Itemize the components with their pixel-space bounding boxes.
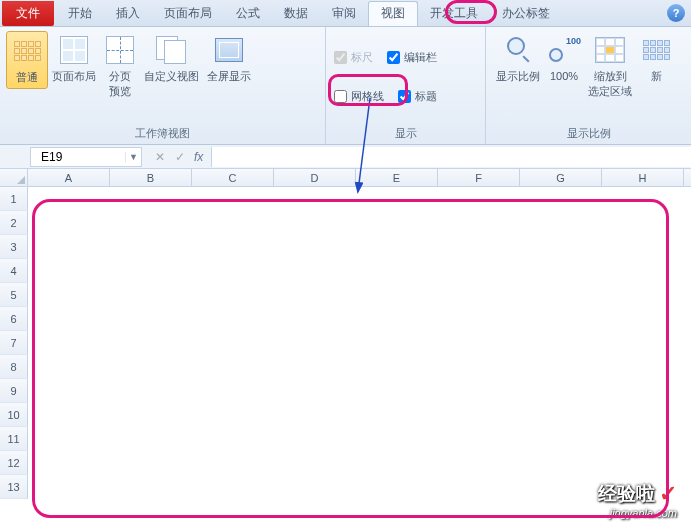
formula-bar-checkbox[interactable] [387, 51, 400, 64]
normal-view-icon [11, 35, 43, 67]
group-label-zoom: 显示比例 [486, 126, 691, 144]
cancel-icon: ✕ [150, 150, 170, 164]
col-header[interactable]: B [110, 169, 192, 186]
group-show: 标尺 编辑栏 网格线 标题 显示 [326, 27, 486, 144]
new-window-label: 新 [651, 69, 662, 84]
cells-grid[interactable] [28, 187, 691, 499]
tab-data[interactable]: 数据 [272, 1, 320, 26]
watermark-text: 经验啦 [598, 481, 655, 507]
custom-views-icon [156, 34, 188, 66]
sheet-area: A B C D E F G H 1 2 3 4 5 6 7 8 9 10 11 … [0, 169, 691, 499]
row-header[interactable]: 6 [0, 307, 28, 331]
fullscreen-button[interactable]: 全屏显示 [203, 31, 255, 87]
col-header[interactable]: A [28, 169, 110, 186]
row-header[interactable]: 12 [0, 451, 28, 475]
group-label-show: 显示 [326, 126, 485, 144]
fullscreen-icon [213, 34, 245, 66]
tab-page-layout[interactable]: 页面布局 [152, 1, 224, 26]
tab-formulas[interactable]: 公式 [224, 1, 272, 26]
row-header[interactable]: 9 [0, 379, 28, 403]
help-icon[interactable]: ? [667, 4, 685, 22]
gridlines-checkbox-row[interactable]: 网格线 [334, 89, 384, 104]
select-all-corner[interactable] [0, 169, 28, 186]
tab-office-tabs[interactable]: 办公标签 [490, 1, 562, 26]
col-header[interactable]: H [602, 169, 684, 186]
row-header[interactable]: 13 [0, 475, 28, 499]
ribbon: 普通 页面布局 分页 预览 自定义视图 全屏显示 工作簿视图 [0, 27, 691, 145]
headings-checkbox[interactable] [398, 90, 411, 103]
tab-home[interactable]: 开始 [56, 1, 104, 26]
row-header[interactable]: 5 [0, 283, 28, 307]
headings-checkbox-row[interactable]: 标题 [398, 89, 437, 104]
name-box-value: E19 [41, 150, 62, 164]
confirm-icon: ✓ [170, 150, 190, 164]
gridlines-checkbox[interactable] [334, 90, 347, 103]
formula-bar-checkbox-row[interactable]: 编辑栏 [387, 50, 437, 65]
col-header[interactable]: G [520, 169, 602, 186]
menu-bar: 文件 开始 插入 页面布局 公式 数据 审阅 视图 开发工具 办公标签 ? [0, 0, 691, 27]
col-header[interactable]: C [192, 169, 274, 186]
column-headers: A B C D E F G H [0, 169, 691, 187]
row-header[interactable]: 4 [0, 259, 28, 283]
check-icon: ✓ [659, 481, 677, 507]
formula-bar: E19 ▼ ✕ ✓ fx [0, 145, 691, 169]
custom-views-button[interactable]: 自定义视图 [140, 31, 203, 87]
zoom-selection-icon [594, 34, 626, 66]
col-header[interactable]: E [356, 169, 438, 186]
row-header[interactable]: 10 [0, 403, 28, 427]
page-break-button[interactable]: 分页 预览 [100, 31, 140, 102]
page-layout-icon [58, 34, 90, 66]
zoom-100-button[interactable]: 100 100% [544, 31, 584, 87]
col-header[interactable]: D [274, 169, 356, 186]
page-layout-button[interactable]: 页面布局 [48, 31, 100, 87]
zoom-to-selection-button[interactable]: 缩放到 选定区域 [584, 31, 636, 102]
row-header[interactable]: 3 [0, 235, 28, 259]
col-header[interactable]: F [438, 169, 520, 186]
tab-view[interactable]: 视图 [368, 1, 418, 26]
row-headers: 1 2 3 4 5 6 7 8 9 10 11 12 13 [0, 187, 28, 499]
row-header[interactable]: 2 [0, 211, 28, 235]
new-window-button[interactable]: 新 [636, 31, 676, 87]
tab-developer[interactable]: 开发工具 [418, 1, 490, 26]
row-header[interactable]: 8 [0, 355, 28, 379]
magnifier-icon [502, 34, 534, 66]
normal-view-button[interactable]: 普通 [6, 31, 48, 89]
tab-insert[interactable]: 插入 [104, 1, 152, 26]
row-header[interactable]: 7 [0, 331, 28, 355]
ruler-checkbox-row: 标尺 [334, 50, 373, 65]
row-header[interactable]: 11 [0, 427, 28, 451]
tab-review[interactable]: 审阅 [320, 1, 368, 26]
fx-icon[interactable]: fx [194, 150, 203, 164]
name-box[interactable]: E19 ▼ [30, 147, 142, 167]
new-window-icon [640, 34, 672, 66]
group-label-views: 工作簿视图 [0, 126, 325, 144]
watermark: 经验啦✓ jingyanla.com [598, 481, 677, 519]
page-break-icon [104, 34, 136, 66]
formula-input[interactable] [211, 147, 691, 167]
group-zoom: 显示比例 100 100% 缩放到 选定区域 新 显示比例 [486, 27, 691, 144]
name-box-dropdown-icon[interactable]: ▼ [125, 152, 141, 162]
group-workbook-views: 普通 页面布局 分页 预览 自定义视图 全屏显示 工作簿视图 [0, 27, 326, 144]
zoom-button[interactable]: 显示比例 [492, 31, 544, 87]
row-header[interactable]: 1 [0, 187, 28, 211]
zoom-100-icon: 100 [548, 34, 580, 66]
ruler-checkbox [334, 51, 347, 64]
watermark-url: jingyanla.com [598, 507, 677, 519]
file-tab[interactable]: 文件 [2, 1, 54, 26]
